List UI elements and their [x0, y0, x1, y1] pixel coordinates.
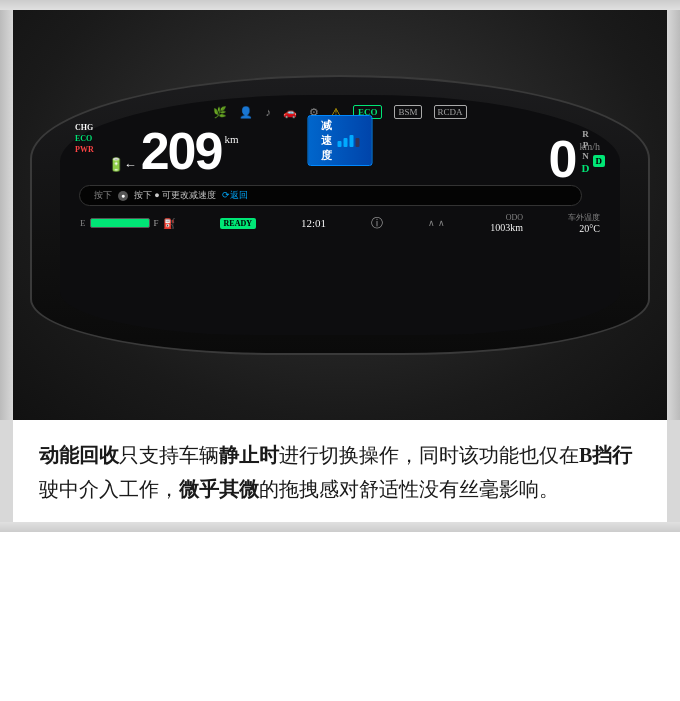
- bold-phrase-3: B挡行: [579, 444, 632, 466]
- odo-label: ODO: [490, 213, 523, 222]
- info-icon: ⓘ: [371, 215, 383, 232]
- chevron-display: ∧ ∧: [428, 218, 445, 228]
- rcda-indicator: RCDA: [434, 105, 467, 119]
- prompt-button-icon: 按下: [94, 189, 112, 202]
- car-icon: 🚗: [283, 106, 297, 119]
- range-icon: 🔋←: [108, 157, 137, 173]
- pwr-label: PWR: [75, 145, 94, 154]
- regen-bars: [338, 135, 360, 147]
- article-text: 动能回收只支持车辆静止时进行切换操作，同时该功能也仅在B挡行驶中介入工作，微乎其…: [39, 438, 641, 506]
- fuel-pump-icon: ⛽: [163, 218, 175, 229]
- temp-label: 车外温度: [568, 212, 600, 223]
- bottom-info-row: E F ⛽ READY 12:01 ⓘ ∧ ∧ OD: [60, 212, 620, 234]
- mode-labels: CHG ECO PWR: [75, 123, 94, 154]
- person-icon: 👤: [239, 106, 253, 119]
- music-icon: ♪: [265, 106, 271, 118]
- prompt-box: 按下 ● 按下 ● 可更改减速度 ⟳返回: [79, 185, 582, 206]
- clock-display: 12:01: [301, 217, 326, 229]
- bold-phrase-2: 静止时: [219, 444, 279, 466]
- leaf-icon: 🌿: [213, 106, 227, 119]
- f-label: F: [154, 218, 159, 228]
- range-unit: km: [224, 133, 238, 145]
- e-label: E: [80, 218, 86, 228]
- speed-unit: km/h: [579, 141, 600, 152]
- ready-badge: READY: [220, 218, 256, 229]
- odo-value: 1003km: [490, 222, 523, 233]
- battery-indicator: [90, 218, 150, 228]
- chg-label: CHG: [75, 123, 94, 132]
- bold-phrase-1: 动能回收: [39, 444, 119, 466]
- regen-box[interactable]: 减速度: [308, 115, 373, 166]
- range-value: 209: [141, 125, 222, 177]
- bold-phrase-4: 微乎其微: [179, 478, 259, 500]
- speed-value: 0: [549, 133, 578, 185]
- return-text: ⟳返回: [222, 189, 248, 202]
- temp-value: 20°C: [568, 223, 600, 234]
- eco-label: ECO: [75, 134, 94, 143]
- regen-label: 减速度: [321, 118, 332, 163]
- chevron-right: ∧: [438, 218, 445, 228]
- prompt-text: 按下 ● 可更改减速度: [134, 189, 216, 202]
- circle-button-icon: ●: [118, 191, 128, 201]
- bsm-indicator: BSM: [394, 105, 421, 119]
- chevron-left: ∧: [428, 218, 435, 228]
- current-speed: 0 km/h: [549, 133, 600, 185]
